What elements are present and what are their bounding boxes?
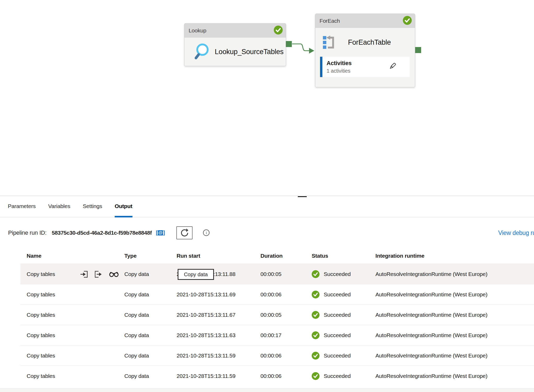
activity-name-cell[interactable]: Copy tables [20, 345, 124, 366]
col-header-status: Status [312, 253, 375, 259]
table-row[interactable]: Copy tables [20, 345, 534, 366]
integration-runtime-cell: AutoResolveIntegrationRuntime (West Euro… [375, 353, 534, 359]
activity-connector-arrow [285, 39, 316, 55]
activity-name[interactable]: Copy tables [27, 353, 55, 359]
pipeline-run-id-value: 58375c30-d5cd-46a2-8d1c-f59b78e8848f [52, 230, 152, 236]
activity-name-cell[interactable]: Copy tables [20, 366, 124, 386]
activity-type-cell: Copy data [124, 312, 177, 318]
foreach-output-port[interactable] [415, 47, 421, 53]
status-text: Succeeded [324, 291, 351, 298]
activity-name-cell[interactable]: Copy tables [20, 305, 124, 325]
table-row[interactable]: Copy tables [20, 284, 534, 304]
table-row[interactable]: Copy tables [20, 366, 534, 386]
status-cell: Succeeded [312, 291, 375, 298]
panel-tabs: Parameters Variables Settings Output [0, 196, 534, 217]
activity-name[interactable]: Copy tables [27, 291, 55, 298]
activity-type-cell: Copy data [124, 271, 177, 277]
table-row[interactable]: Copy tables [20, 304, 534, 325]
succeeded-check-icon [312, 352, 320, 360]
status-text: Succeeded [324, 373, 351, 379]
info-icon[interactable]: i [203, 229, 210, 236]
succeeded-check-icon [312, 270, 320, 278]
adf-pipeline-screen: Lookup Lookup_SourceTables [0, 0, 534, 392]
pipeline-run-id-label: Pipeline run ID: [8, 229, 47, 236]
foreach-node-body: ForEachTable [315, 28, 415, 57]
tab-settings[interactable]: Settings [83, 196, 102, 217]
refresh-icon [180, 228, 189, 238]
succeeded-check-icon [312, 372, 320, 380]
status-text: Succeeded [324, 271, 351, 277]
duration-cell: 00:00:06 [260, 291, 312, 298]
status-text: Succeeded [324, 332, 351, 338]
panel-resize-handle[interactable] [298, 195, 307, 197]
status-cell: Succeeded [312, 270, 375, 278]
integration-runtime-cell: AutoResolveIntegrationRuntime (West Euro… [375, 373, 534, 379]
tab-variables[interactable]: Variables [48, 196, 70, 217]
succeeded-check-icon [312, 291, 320, 298]
activity-name[interactable]: Copy tables [27, 312, 55, 318]
output-panel: Parameters Variables Settings Output Pip… [0, 195, 534, 392]
col-header-run-start: Run start [177, 253, 260, 259]
tab-parameters[interactable]: Parameters [8, 196, 36, 217]
table-row[interactable]: Copy tables [20, 325, 534, 345]
run-start-cell: 2021-10-28T15:13:11.59 [177, 373, 260, 379]
integration-runtime-cell: AutoResolveIntegrationRuntime (West Euro… [375, 332, 534, 338]
foreach-node-header-label: ForEach [320, 18, 340, 24]
foreach-activity-node[interactable]: ForEach ForEachTable [315, 14, 415, 87]
status-cell: Succeeded [312, 311, 375, 319]
activity-name[interactable]: Copy tables [27, 271, 55, 277]
lookup-node-body: Lookup_SourceTables [184, 38, 286, 66]
duration-cell: 00:00:05 [260, 312, 312, 318]
succeeded-check-icon [312, 311, 320, 319]
foreach-activities-section[interactable]: Activities 1 activities [320, 57, 410, 77]
lookup-activity-node[interactable]: Lookup Lookup_SourceTables [184, 23, 286, 66]
table-header-row: Name Type Run start Duration Status Inte… [20, 248, 534, 264]
integration-runtime-cell: AutoResolveIntegrationRuntime (West Euro… [375, 291, 534, 298]
output-icon[interactable] [95, 270, 102, 278]
run-start-cell: 2021-10-28T15:13:11.59 [177, 353, 260, 359]
tab-output[interactable]: Output [115, 196, 132, 217]
activities-text: Activities 1 activities [327, 60, 352, 74]
horizontal-scrollbar-track[interactable] [0, 388, 534, 392]
eyeglasses-icon[interactable] [109, 271, 119, 277]
activity-name[interactable]: Copy tables [27, 332, 55, 338]
status-cell: Succeeded [312, 331, 375, 339]
activities-count: 1 activities [327, 68, 352, 74]
foreach-node-title: ForEachTable [348, 38, 391, 47]
status-cell: Succeeded [312, 352, 375, 360]
integration-runtime-cell: AutoResolveIntegrationRuntime (West Euro… [375, 271, 534, 277]
success-check-icon [403, 16, 412, 26]
lookup-node-header-label: Lookup [189, 27, 206, 34]
activity-name-cell[interactable]: Copy tables [20, 284, 124, 304]
duration-cell: 00:00:06 [260, 373, 312, 379]
pencil-icon[interactable] [388, 62, 397, 72]
pipeline-canvas[interactable]: Lookup Lookup_SourceTables [0, 0, 534, 195]
at-brackets-icon[interactable]: [@] [156, 230, 165, 236]
loop-icon [323, 35, 336, 49]
lookup-node-header: Lookup [184, 24, 286, 38]
run-start-cell: 2021-10-28T15:13:11.67 [177, 312, 260, 318]
activity-name-cell[interactable]: Copy tables [20, 264, 124, 284]
activity-type-cell: Copy data [124, 291, 177, 298]
activities-label: Activities [327, 60, 352, 67]
duration-cell: 00:00:05 [260, 271, 312, 277]
col-header-integration-runtime: Integration runtime [375, 253, 534, 259]
table-row[interactable]: Copy tables [20, 264, 534, 284]
input-icon[interactable] [80, 270, 88, 278]
status-text: Succeeded [324, 312, 351, 318]
col-header-duration: Duration [260, 253, 312, 259]
refresh-button[interactable] [176, 226, 193, 239]
integration-runtime-cell: AutoResolveIntegrationRuntime (West Euro… [375, 312, 534, 318]
run-table-body: Copy tables [20, 264, 534, 386]
row-action-icons [80, 270, 119, 278]
status-cell: Succeeded [312, 372, 375, 380]
success-check-icon [274, 25, 283, 36]
activity-type-cell: Copy data [124, 353, 177, 359]
status-text: Succeeded [324, 353, 351, 359]
activity-name[interactable]: Copy tables [27, 373, 55, 379]
view-debug-link[interactable]: View debug ru [498, 229, 534, 236]
pipeline-run-id-row: Pipeline run ID: 58375c30-d5cd-46a2-8d1c… [0, 217, 534, 248]
activity-name-cell[interactable]: Copy tables [20, 325, 124, 345]
succeeded-check-icon [312, 331, 320, 339]
activity-type-cell: Copy data [124, 373, 177, 379]
